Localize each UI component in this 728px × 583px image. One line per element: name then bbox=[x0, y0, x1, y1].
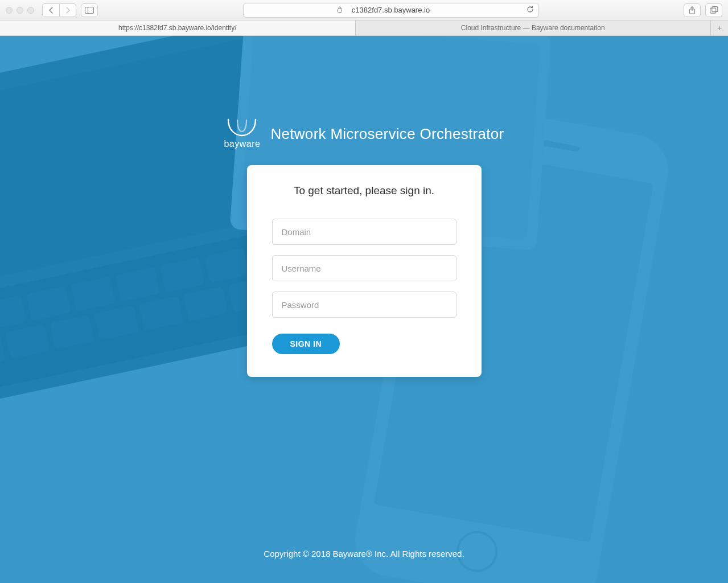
svg-rect-2 bbox=[338, 9, 342, 13]
share-icon bbox=[689, 6, 696, 14]
address-bar-url: c1382fd7.sb.bayware.io bbox=[244, 6, 538, 14]
forward-button[interactable] bbox=[59, 3, 76, 17]
svg-rect-0 bbox=[85, 7, 94, 13]
tabs-overview-button[interactable] bbox=[705, 3, 722, 17]
browser-toolbar: c1382fd7.sb.bayware.io bbox=[0, 0, 728, 20]
footer-copyright: Copyright © 2018 Bayware® Inc. All Right… bbox=[0, 549, 728, 559]
tab-bar: https://c1382fd7.sb.bayware.io/identity/… bbox=[0, 20, 728, 35]
login-heading: To get started, please sign in. bbox=[272, 184, 456, 197]
brand-logo-text-a: bay bbox=[224, 139, 239, 149]
browser-tab-label: Cloud Infrastructure — Bayware documenta… bbox=[461, 24, 605, 32]
window-zoom-icon[interactable] bbox=[27, 7, 34, 14]
share-button[interactable] bbox=[684, 3, 701, 17]
back-button[interactable] bbox=[42, 3, 59, 17]
brand-logo-text-b: ware bbox=[240, 139, 261, 149]
domain-field[interactable] bbox=[272, 219, 456, 245]
chevron-left-icon bbox=[48, 7, 54, 14]
new-tab-button[interactable]: + bbox=[711, 20, 728, 35]
username-field[interactable] bbox=[272, 255, 456, 281]
page-title: Network Microservice Orchestrator bbox=[270, 125, 504, 143]
nav-back-forward bbox=[42, 3, 76, 17]
plus-icon: + bbox=[717, 23, 722, 32]
login-card: To get started, please sign in. SIGN IN bbox=[247, 165, 482, 377]
reload-icon bbox=[527, 6, 534, 13]
brand-logo-text: bayware bbox=[224, 139, 260, 149]
browser-chrome: c1382fd7.sb.bayware.io https://c1382fd7.… bbox=[0, 0, 728, 36]
reload-button[interactable] bbox=[527, 6, 534, 15]
sign-in-button[interactable]: SIGN IN bbox=[272, 334, 340, 354]
window-minimize-icon[interactable] bbox=[17, 7, 23, 14]
bayware-logo-icon bbox=[226, 118, 258, 138]
svg-rect-6 bbox=[711, 7, 717, 12]
svg-rect-5 bbox=[710, 8, 715, 13]
page-body: bayware Network Microservice Orchestrato… bbox=[0, 36, 728, 583]
sidebar-toggle-button[interactable] bbox=[81, 3, 98, 17]
browser-tab-1[interactable]: Cloud Infrastructure — Bayware documenta… bbox=[356, 20, 711, 35]
address-bar[interactable]: c1382fd7.sb.bayware.io bbox=[243, 3, 539, 18]
password-field[interactable] bbox=[272, 292, 456, 318]
browser-tab-label: https://c1382fd7.sb.bayware.io/identity/ bbox=[118, 24, 236, 32]
lock-icon bbox=[337, 6, 343, 14]
sidebar-icon bbox=[85, 7, 94, 14]
browser-tab-0[interactable]: https://c1382fd7.sb.bayware.io/identity/ bbox=[0, 20, 356, 35]
toolbar-right bbox=[684, 3, 722, 17]
window-controls bbox=[6, 7, 34, 14]
tabs-icon bbox=[710, 6, 718, 14]
chevron-right-icon bbox=[65, 7, 71, 14]
brand-logo: bayware bbox=[224, 118, 260, 149]
brand-row: bayware Network Microservice Orchestrato… bbox=[224, 118, 504, 149]
window-close-icon[interactable] bbox=[6, 7, 13, 14]
